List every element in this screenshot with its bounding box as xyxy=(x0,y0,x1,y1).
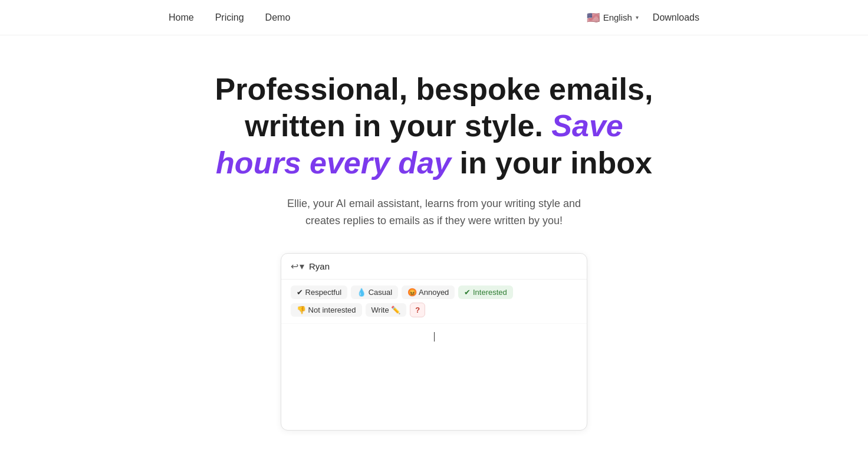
email-compose-area[interactable] xyxy=(281,324,587,430)
hero-section: Professional, bespoke emails, written in… xyxy=(0,35,868,453)
tone-annoyed[interactable]: 😡 Annoyed xyxy=(402,285,455,299)
nav-downloads[interactable]: Downloads xyxy=(653,12,699,23)
tone-not-interested[interactable]: 👎 Not interested xyxy=(291,303,362,317)
sender-name: Ryan xyxy=(309,261,330,271)
email-widget: ↩ ▾ Ryan ✔ Respectful 💧 Casual 😡 Annoyed… xyxy=(281,253,587,431)
tone-casual[interactable]: 💧 Casual xyxy=(351,285,398,299)
tone-write[interactable]: Write ✏️ xyxy=(366,303,407,317)
dropdown-icon: ▾ xyxy=(300,261,304,272)
chevron-down-icon: ▾ xyxy=(636,14,639,21)
nav-home[interactable]: Home xyxy=(169,12,194,23)
tone-buttons-row: ✔ Respectful 💧 Casual 😡 Annoyed ✔ Intere… xyxy=(281,280,587,324)
tone-interested[interactable]: ✔ Interested xyxy=(458,285,512,299)
back-button[interactable]: ↩ ▾ xyxy=(291,261,304,272)
back-icon: ↩ xyxy=(291,261,298,272)
email-widget-header: ↩ ▾ Ryan xyxy=(281,254,587,280)
help-button[interactable]: ? xyxy=(410,303,425,317)
hero-subtitle: Ellie, your AI email assistant, learns f… xyxy=(281,195,587,229)
language-selector[interactable]: 🇺🇸 English ▾ xyxy=(587,11,639,24)
language-label: English xyxy=(603,12,632,22)
hero-title: Professional, bespoke emails, written in… xyxy=(204,71,664,181)
nav-demo[interactable]: Demo xyxy=(265,12,291,23)
flag-icon: 🇺🇸 xyxy=(587,11,600,24)
hero-title-part2: in your inbox xyxy=(459,146,652,180)
nav-pricing[interactable]: Pricing xyxy=(215,12,244,23)
text-cursor xyxy=(434,332,435,342)
tone-respectful[interactable]: ✔ Respectful xyxy=(291,285,347,299)
